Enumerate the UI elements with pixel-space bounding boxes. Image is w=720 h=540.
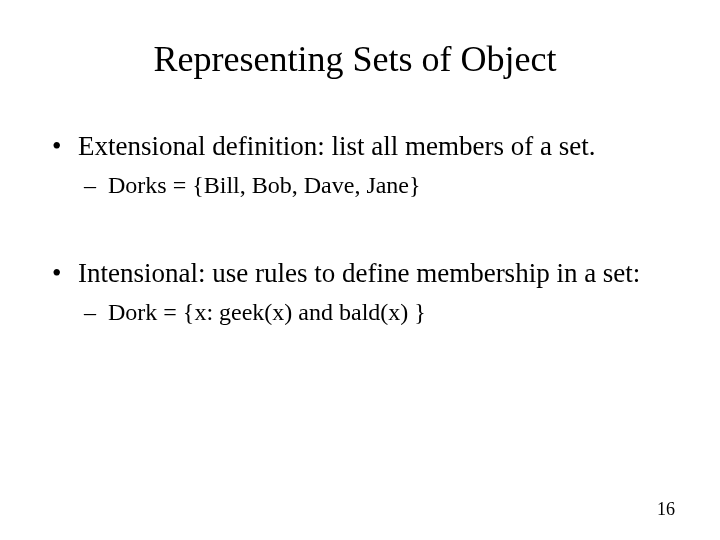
sub-list-1: Dorks = {Bill, Bob, Dave, Jane} <box>78 170 670 201</box>
page-number: 16 <box>657 499 675 520</box>
bullet-text-1: Extensional definition: list all members… <box>78 131 595 161</box>
sub-text-2: Dork = {x: geek(x) and bald(x) } <box>108 299 426 325</box>
spacer <box>40 209 670 257</box>
slide-title: Representing Sets of Object <box>40 38 670 80</box>
bullet-item-2: Intensional: use rules to define members… <box>50 257 670 328</box>
sub-item-2: Dork = {x: geek(x) and bald(x) } <box>78 297 670 328</box>
slide-container: Representing Sets of Object Extensional … <box>0 0 720 540</box>
sub-item-1: Dorks = {Bill, Bob, Dave, Jane} <box>78 170 670 201</box>
bullet-text-2: Intensional: use rules to define members… <box>78 258 640 288</box>
sub-list-2: Dork = {x: geek(x) and bald(x) } <box>78 297 670 328</box>
bullet-list-2: Intensional: use rules to define members… <box>40 257 670 328</box>
bullet-list: Extensional definition: list all members… <box>40 130 670 201</box>
sub-text-1: Dorks = {Bill, Bob, Dave, Jane} <box>108 172 421 198</box>
bullet-item-1: Extensional definition: list all members… <box>50 130 670 201</box>
